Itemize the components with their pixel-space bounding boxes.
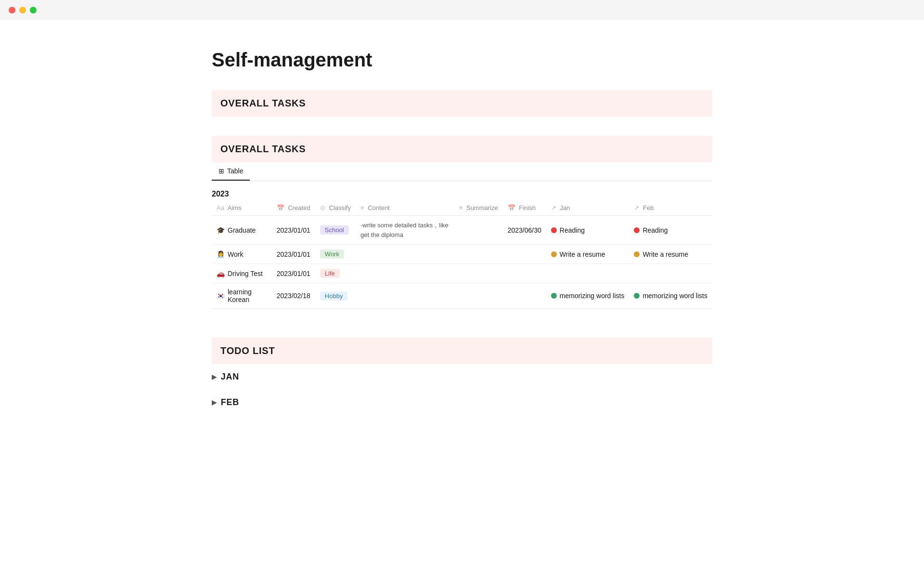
summarize-cell-0 [454,216,503,245]
classify-tag-1: Work [320,250,344,259]
minimize-button[interactable] [19,7,26,13]
jan-dot-3 [551,293,557,299]
created-col-icon: 📅 [277,204,284,211]
overall-tasks-section-1: OVERALL TASKS [212,90,712,117]
aim-cell-2: 🚗 Driving Test [212,264,272,283]
feb-dot-1 [634,251,640,257]
col-aims: Aa Aims [212,200,272,216]
jan-col-icon: ↗ [551,204,556,211]
classify-tag-3: Hobby [320,291,348,301]
col-classify: ⊙ Classify [315,200,356,216]
jan-dot-1 [551,251,557,257]
col-finish: 📅 Finish [503,200,546,216]
feb-cell-1: Write a resume [629,245,712,264]
col-content: ≡ Content [356,200,454,216]
jan-cell-1: Write a resume [546,245,629,264]
feb-collapse-arrow: ▶ [212,399,217,406]
finish-cell-3 [503,283,546,309]
todo-header: TODO LIST [212,338,712,364]
section-header-1: OVERALL TASKS [212,90,712,117]
aim-text-1: Work [228,250,243,258]
finish-cell-2 [503,264,546,283]
page-content: Self-management OVERALL TASKS OVERALL TA… [173,20,751,454]
classify-tag-0: School [320,225,349,235]
maximize-button[interactable] [30,7,37,13]
table-row: 🚗 Driving Test 2023/01/01 Life [212,264,712,283]
year-label: 2023 [212,186,712,200]
content-cell-2 [356,264,454,283]
col-summarize: ≡ Summarize [454,200,503,216]
overall-tasks-section-2: OVERALL TASKS ⊞ Table 2023 Aa Aims 📅 [212,136,712,309]
classify-cell-3: Hobby [315,283,356,309]
finish-col-icon: 📅 [508,204,515,211]
finish-cell-0: 2023/06/30 [503,216,546,245]
feb-cell-3: memorizing word lists [629,283,712,309]
jan-cell-3: memorizing word lists [546,283,629,309]
todo-jan-row[interactable]: ▶ JAN [212,364,712,390]
classify-col-icon: ⊙ [320,204,325,211]
content-cell-0: -write some detailed tasks，like get the … [356,216,454,245]
created-cell-3: 2023/02/18 [272,283,315,309]
jan-text-3: memorizing word lists [560,292,625,300]
table-row: 🇰🇷 learning Korean 2023/02/18 Hobby memo… [212,283,712,309]
aim-emoji-0: 🎓 [217,226,225,234]
tab-table-label: Table [227,167,243,175]
summarize-cell-3 [454,283,503,309]
summarize-cell-2 [454,264,503,283]
aim-text-2: Driving Test [228,270,263,277]
created-cell-0: 2023/01/01 [272,216,315,245]
aims-col-icon: Aa [217,204,224,211]
col-feb: ↗ Feb [629,200,712,216]
jan-cell-0: Reading [546,216,629,245]
table-icon: ⊞ [218,167,224,175]
content-col-icon: ≡ [360,204,364,211]
finish-cell-1 [503,245,546,264]
table-header-row: Aa Aims 📅 Created ⊙ Classify ≡ Content [212,200,712,216]
table-row: 👩‍💼 Work 2023/01/01 Work Write a resume … [212,245,712,264]
feb-dot-3 [634,293,640,299]
classify-cell-0: School [315,216,356,245]
aim-emoji-2: 🚗 [217,270,225,277]
data-table: Aa Aims 📅 Created ⊙ Classify ≡ Content [212,200,712,309]
todo-jan-label: JAN [221,372,239,382]
jan-text-1: Write a resume [560,250,605,258]
aim-text-0: Graduate [228,226,256,234]
content-cell-3 [356,283,454,309]
jan-cell-2 [546,264,629,283]
feb-text-0: Reading [642,226,667,234]
todo-feb-label: FEB [221,397,239,407]
aim-emoji-3: 🇰🇷 [217,292,225,300]
summarize-cell-1 [454,245,503,264]
close-button[interactable] [9,7,15,13]
created-cell-1: 2023/01/01 [272,245,315,264]
table-row: 🎓 Graduate 2023/01/01 School -write some… [212,216,712,245]
summarize-col-icon: ≡ [459,204,463,211]
aim-text-3: learning Korean [228,288,267,303]
classify-tag-2: Life [320,269,340,278]
jan-dot-0 [551,227,557,233]
feb-cell-2 [629,264,712,283]
tab-table[interactable]: ⊞ Table [212,162,250,181]
feb-col-icon: ↗ [634,204,639,211]
jan-collapse-arrow: ▶ [212,373,217,381]
col-jan: ↗ Jan [546,200,629,216]
content-cell-1 [356,245,454,264]
todo-feb-row[interactable]: ▶ FEB [212,390,712,415]
page-title: Self-management [212,49,712,71]
feb-cell-0: Reading [629,216,712,245]
aim-cell-1: 👩‍💼 Work [212,245,272,264]
col-created: 📅 Created [272,200,315,216]
classify-cell-2: Life [315,264,356,283]
title-bar [0,0,924,20]
todo-section: TODO LIST ▶ JAN ▶ FEB [212,338,712,415]
created-cell-2: 2023/01/01 [272,264,315,283]
section-header-2: OVERALL TASKS [212,136,712,162]
classify-cell-1: Work [315,245,356,264]
feb-dot-0 [634,227,640,233]
aim-cell-0: 🎓 Graduate [212,216,272,245]
jan-text-0: Reading [560,226,585,234]
feb-text-3: memorizing word lists [642,292,707,300]
tab-bar: ⊞ Table [212,162,712,181]
aim-emoji-1: 👩‍💼 [217,250,225,258]
aim-cell-3: 🇰🇷 learning Korean [212,283,272,309]
